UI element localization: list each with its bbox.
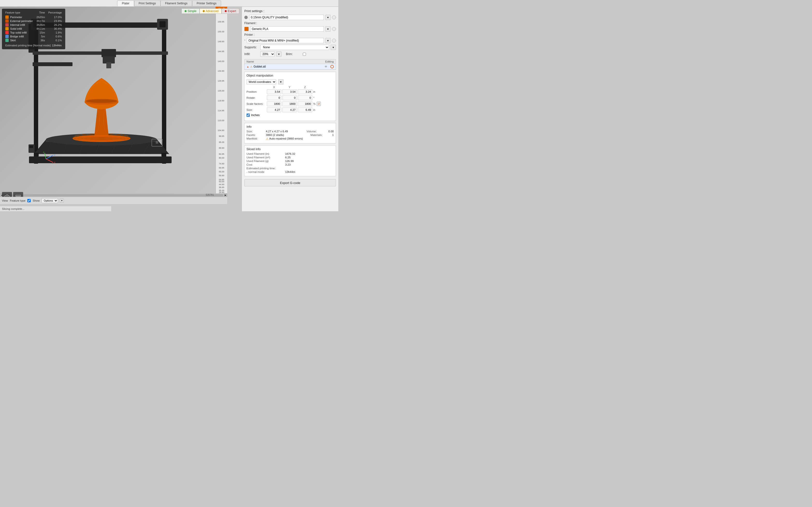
sliced-val: 6.25 (285, 156, 291, 159)
printer-asterisk: * (244, 39, 245, 42)
info-materials-key: Materials: (311, 133, 332, 136)
scroll-thumb[interactable] (4, 194, 223, 196)
sliced-val: 1676.32 (285, 152, 295, 155)
position-z-input[interactable] (298, 89, 312, 94)
size-y-input[interactable] (282, 107, 297, 112)
ruler-tick: 89.90 (219, 147, 227, 149)
sliced-info-row: - normal mode 13h44m (247, 170, 334, 173)
svg-rect-13 (106, 62, 111, 68)
supports-dropdown-btn[interactable]: ▼ (331, 45, 336, 50)
info-volume-val: 0.00 (328, 130, 334, 133)
quality-input[interactable] (249, 15, 324, 20)
inches-checkbox[interactable] (247, 113, 250, 117)
sliced-key: Used Filament (g) (247, 160, 285, 163)
mode-expert-btn[interactable]: Expert (221, 8, 239, 14)
svg-rect-50 (16, 195, 20, 196)
tab-filament-settings[interactable]: Filament Settings (160, 0, 192, 6)
sliced-val: 3.23 (285, 163, 291, 166)
scale-y-input[interactable] (282, 101, 297, 106)
export-gcode-btn[interactable]: Export G-code (244, 179, 336, 186)
info-facets-val: 3860 (2 shells) (266, 133, 306, 136)
tab-plater[interactable]: Plater (117, 0, 134, 6)
position-y-input[interactable] (282, 89, 297, 94)
object-row-goblet[interactable]: ▲ ⚠ Goblet.stl 👁 (245, 64, 336, 69)
ruler-tick: 114.95 (217, 109, 227, 112)
size-x-input[interactable] (267, 107, 281, 112)
scale-z-input[interactable] (298, 101, 312, 106)
ruler-tick: 119.90 (217, 100, 227, 102)
legend-pct-val: 26.2% (45, 23, 62, 26)
scroll-right-num: 535781 (206, 193, 214, 196)
ruler-tick: 110.00 (217, 119, 227, 122)
legend-row: Perimeter 2h20m 17.0% (5, 15, 62, 19)
printer-circle-btn[interactable] (332, 39, 336, 43)
x-header: X (267, 86, 281, 89)
scroll-right-arrow[interactable]: ▶ (224, 193, 227, 197)
svg-text:⊞: ⊞ (156, 140, 158, 144)
coord-dropdown-btn[interactable]: ▼ (278, 79, 284, 84)
rotate-y-input[interactable] (282, 95, 297, 100)
legend-row: Solid infill 4h11m 30.4% (5, 27, 62, 31)
sliced-info-section: Sliced Info Used Filament (in) 1676.32 U… (244, 145, 336, 176)
object-edit-circle[interactable] (331, 65, 334, 68)
rotate-x-input[interactable] (267, 95, 281, 100)
scroll-track[interactable] (4, 194, 223, 196)
quality-dropdown-btn[interactable]: ▼ (325, 15, 331, 20)
simple-dot (185, 10, 187, 12)
filament-dropdown-btn[interactable]: ▼ (325, 26, 331, 32)
scale-x-input[interactable] (267, 101, 281, 106)
info-section: Info Size: 4.27 x 4.27 x 6.49 Volume: 0.… (244, 123, 336, 144)
filament-circle-btn[interactable] (332, 27, 336, 31)
legend-time-val: 2h20m (33, 16, 45, 18)
sliced-key: Used Filament (in³) (247, 156, 285, 159)
printer-dropdown-btn[interactable]: ▼ (325, 38, 331, 43)
show-dropdown-btn[interactable]: ▼ (60, 199, 64, 203)
ruler-tick: 50.00 (219, 180, 227, 183)
bottom-scrollbar[interactable]: ◀ ▶ (0, 193, 227, 197)
infill-select[interactable]: 20% (260, 51, 275, 57)
scale-reset-btn[interactable]: ↺ (317, 102, 321, 106)
z-header: Z (298, 86, 312, 89)
mode-advanced-btn[interactable]: Advanced (200, 8, 221, 14)
legend-time-val: 3h36m (33, 23, 45, 26)
legend-pct-val: 1.9% (45, 31, 62, 34)
sliced-key: Used Filament (in) (247, 152, 285, 155)
legend-time-val: 5m (33, 35, 45, 38)
show-select[interactable]: Options (42, 198, 58, 203)
rotate-z-input[interactable] (298, 95, 312, 100)
filament-swatch (244, 27, 249, 31)
estimated-time-value: 13h44m (52, 44, 62, 47)
filament-input[interactable] (250, 26, 324, 32)
infill-dropdown-btn[interactable]: ▼ (276, 51, 282, 57)
position-row: Position: in (247, 89, 334, 94)
legend-feature-name: Solid infill (10, 27, 33, 30)
position-x-input[interactable] (267, 89, 281, 94)
tab-print-settings[interactable]: Print Settings (134, 0, 160, 6)
mode-simple-btn[interactable]: Simple (182, 8, 200, 14)
supports-select[interactable]: None (260, 45, 329, 50)
legend-time-val: 3h17m (33, 19, 45, 22)
svg-rect-39 (30, 146, 33, 148)
legend-feature-name: Internal infill (10, 23, 33, 26)
size-z-input[interactable] (298, 107, 312, 112)
ruler-tick: 140.00 (217, 60, 227, 62)
svg-text:Y: Y (54, 154, 55, 157)
scale-row: Scale factors: % ↺ (247, 101, 334, 106)
coord-system-select[interactable]: World coordinates Local coordinates (247, 79, 276, 84)
viewport[interactable]: Feature type Time Percentage Perimeter 2… (0, 7, 227, 204)
brim-checkbox[interactable] (303, 53, 306, 56)
quality-circle-btn[interactable] (332, 15, 336, 19)
ruler-tick: 155.00 (217, 31, 227, 33)
legend-row: Internal infill 3h36m 26.2% (5, 23, 62, 26)
svg-rect-5 (33, 62, 72, 66)
supports-label: Supports: (244, 46, 259, 49)
ruler-tick: 99.95 (219, 135, 227, 137)
position-unit: in (313, 90, 318, 93)
legend-pct-val: 30.4% (45, 27, 62, 30)
tab-printer-settings[interactable]: Printer Settings (192, 0, 221, 6)
feature-type-checkbox[interactable] (27, 199, 31, 202)
printer-input[interactable] (247, 38, 324, 43)
svg-text:Z: Z (43, 151, 45, 154)
legend-color-swatch (5, 15, 9, 19)
object-visibility-icon[interactable]: 👁 (324, 65, 327, 68)
